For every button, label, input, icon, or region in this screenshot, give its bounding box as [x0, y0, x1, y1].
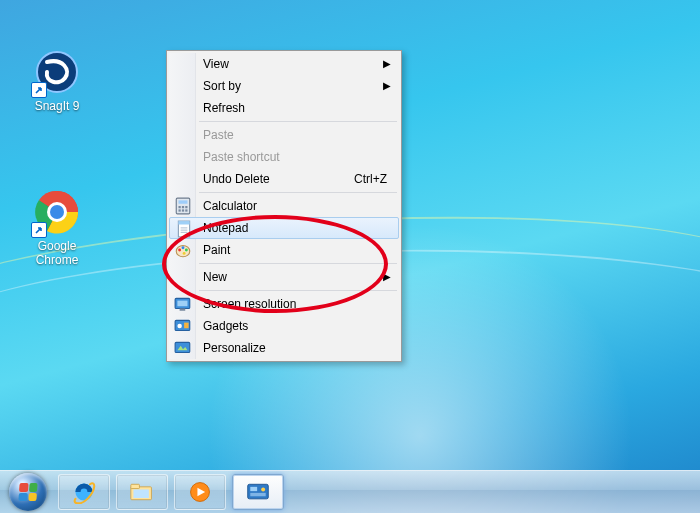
svg-rect-12 — [185, 209, 187, 211]
control-panel-icon — [244, 480, 272, 504]
svg-rect-40 — [250, 493, 265, 496]
svg-rect-29 — [175, 342, 190, 352]
screen-resolution-icon — [174, 295, 192, 313]
svg-point-22 — [183, 252, 186, 255]
menu-item-label: New — [203, 270, 227, 284]
gadgets-icon — [174, 317, 192, 335]
internet-explorer-icon — [70, 480, 98, 504]
svg-point-4 — [50, 205, 64, 219]
personalize-icon — [174, 339, 192, 357]
svg-point-20 — [182, 246, 185, 249]
svg-point-28 — [177, 324, 182, 329]
menu-item-label: Undo Delete — [203, 172, 270, 186]
svg-rect-33 — [133, 489, 148, 498]
menu-item-paste-shortcut: Paste shortcut — [169, 146, 399, 168]
svg-rect-24 — [177, 301, 187, 307]
desktop-icon-chrome[interactable]: Google Chrome — [18, 188, 96, 267]
menu-item-personalize[interactable]: Personalize — [169, 337, 399, 359]
taskbar-button-media-player[interactable] — [174, 474, 226, 510]
chrome-icon — [33, 188, 81, 236]
desktop[interactable]: SnagIt 9 Google Chrome View ▶ Sort by — [0, 0, 700, 513]
svg-rect-9 — [185, 206, 187, 208]
taskbar-button-ie[interactable] — [58, 474, 110, 510]
svg-rect-10 — [179, 209, 181, 211]
shortcut-arrow-icon — [31, 222, 47, 238]
taskbar-button-control-panel[interactable] — [232, 474, 284, 510]
menu-item-label: Sort by — [203, 79, 241, 93]
svg-rect-27 — [184, 323, 189, 329]
svg-rect-8 — [182, 206, 184, 208]
taskbar-button-explorer[interactable] — [116, 474, 168, 510]
notepad-icon — [175, 220, 193, 238]
menu-item-refresh[interactable]: Refresh — [169, 97, 399, 119]
menu-item-undo-delete[interactable]: Undo Delete Ctrl+Z — [169, 168, 399, 190]
submenu-arrow-icon: ▶ — [383, 266, 391, 288]
calculator-icon — [174, 197, 192, 215]
menu-item-gadgets[interactable]: Gadgets — [169, 315, 399, 337]
desktop-context-menu: View ▶ Sort by ▶ Refresh Paste Paste sho… — [166, 50, 402, 362]
svg-point-21 — [185, 249, 188, 252]
menu-item-notepad[interactable]: Notepad — [169, 217, 399, 239]
menu-item-sortby[interactable]: Sort by ▶ — [169, 75, 399, 97]
start-button[interactable] — [4, 472, 52, 512]
menu-item-paint[interactable]: Paint — [169, 239, 399, 261]
menu-item-label: Paste — [203, 128, 234, 142]
desktop-icon-label: SnagIt 9 — [18, 99, 96, 113]
svg-rect-7 — [179, 206, 181, 208]
submenu-arrow-icon: ▶ — [383, 75, 391, 97]
svg-rect-38 — [250, 487, 257, 491]
menu-item-label: Paint — [203, 243, 230, 257]
windows-orb-icon — [9, 473, 47, 511]
menu-item-label: Personalize — [203, 341, 266, 355]
menu-item-label: Screen resolution — [203, 297, 296, 311]
snagit-icon — [33, 48, 81, 96]
svg-rect-6 — [179, 200, 188, 203]
menu-item-label: Paste shortcut — [203, 150, 280, 164]
svg-rect-37 — [248, 484, 269, 499]
svg-rect-14 — [178, 221, 189, 224]
menu-item-label: Refresh — [203, 101, 245, 115]
svg-rect-25 — [180, 309, 186, 311]
menu-item-new[interactable]: New ▶ — [169, 266, 399, 288]
desktop-icon-label: Google Chrome — [18, 239, 96, 267]
taskbar — [0, 470, 700, 513]
media-player-icon — [186, 480, 214, 504]
svg-point-39 — [261, 487, 265, 491]
menu-item-accelerator: Ctrl+Z — [354, 168, 387, 190]
menu-item-label: Gadgets — [203, 319, 248, 333]
menu-item-label: View — [203, 57, 229, 71]
menu-item-calculator[interactable]: Calculator — [169, 195, 399, 217]
shortcut-arrow-icon — [31, 82, 47, 98]
svg-rect-32 — [131, 484, 140, 488]
submenu-arrow-icon: ▶ — [383, 53, 391, 75]
menu-item-paste: Paste — [169, 124, 399, 146]
file-explorer-icon — [128, 480, 156, 504]
paint-icon — [174, 241, 192, 259]
menu-item-label: Notepad — [203, 221, 248, 235]
svg-rect-11 — [182, 209, 184, 211]
menu-item-screen-resolution[interactable]: Screen resolution — [169, 293, 399, 315]
desktop-icon-snagit[interactable]: SnagIt 9 — [18, 48, 96, 113]
svg-point-19 — [178, 249, 181, 252]
menu-item-view[interactable]: View ▶ — [169, 53, 399, 75]
menu-item-label: Calculator — [203, 199, 257, 213]
